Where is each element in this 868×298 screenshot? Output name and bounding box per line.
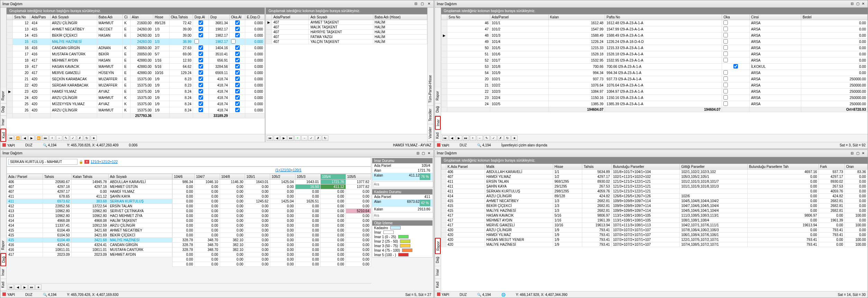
table-row[interactable]: 0.000.000.000.000.000.000.000.00 <box>172 194 371 199</box>
col-header[interactable]: Kalan <box>548 15 605 20</box>
close-icon[interactable]: ✕ <box>427 151 431 156</box>
nav-cancel[interactable]: ✗ <box>497 135 504 141</box>
maximize-icon[interactable]: ▢ <box>420 1 425 6</box>
tab-tum-parsel[interactable]: Tüm-Parsel-Hisse <box>428 72 433 106</box>
tab-dag[interactable]: Dağ <box>435 254 441 266</box>
table-row[interactable]: 0.000.000.000.000.000.000.000.00 <box>172 228 371 233</box>
nav-first[interactable]: ⏮ <box>8 135 14 141</box>
checkbox[interactable] <box>723 70 728 75</box>
col-header[interactable]: Pafta No <box>605 15 722 20</box>
nav-first[interactable]: ⏮ <box>267 135 273 141</box>
group-bar[interactable]: Gruplamak istediğiniz kolonun başlığını … <box>441 8 868 14</box>
checkbox[interactable] <box>199 89 203 93</box>
search-kad[interactable] <box>373 213 433 218</box>
nav-last[interactable]: ⏭ <box>28 285 35 290</box>
table-row[interactable]: 0.000.000.001245.621425.041626.510.000.0… <box>172 199 371 204</box>
col-header[interactable]: Kalan Tahsis <box>71 174 108 179</box>
tab-kad[interactable]: Kad <box>435 279 441 291</box>
nav-prev[interactable]: ◀ <box>449 135 455 141</box>
col-header[interactable]: 105/4 <box>320 174 346 179</box>
col-header[interactable]: Cinsi <box>750 15 801 20</box>
col-header[interactable]: 104/8 <box>220 174 245 179</box>
table-row[interactable]: 407HAYRİYE TAŞKENTHALİM <box>266 30 427 35</box>
nav-prev-page[interactable]: ⏪ <box>15 135 21 141</box>
col-header[interactable]: 105/2 <box>270 174 295 179</box>
tab-dag[interactable]: Dağ <box>0 103 6 116</box>
table-row[interactable]: 4156104.493421.68AHMET NECATİBEY <box>7 228 172 233</box>
checkbox[interactable] <box>231 39 236 44</box>
col-header[interactable]: Ada/Parsel <box>490 15 548 20</box>
legend-item[interactable]: İmar 2 (25 - 50) <box>372 239 432 244</box>
checkbox[interactable] <box>199 83 203 87</box>
col-header[interactable]: Malik <box>485 164 553 169</box>
checkbox[interactable] <box>723 39 728 44</box>
group-bar-r[interactable]: Gruplamak istediğiniz kolonun başlığını … <box>266 8 427 14</box>
table-row[interactable]: 4074297.184297.18MEHMET ÜSTÜN <box>7 184 172 189</box>
table-row[interactable]: 0.000.000.000.000.000.000.000.00 <box>172 262 371 267</box>
nav-add[interactable]: + <box>470 135 476 141</box>
legend-item[interactable]: Kadastro <box>372 226 432 230</box>
col-header[interactable]: Gittiği Parseller <box>680 164 748 169</box>
nav-star[interactable]: ★ <box>511 135 518 141</box>
nav-first[interactable]: ⏮ <box>8 285 14 290</box>
table-row[interactable]: 0.000.000.000.000.000.000.000.00 <box>172 233 371 237</box>
pin-icon[interactable]: ⊟ <box>850 151 855 156</box>
table-row[interactable]: 21420SEÇKİN KARABACAKMUZAFFERE15375.001/… <box>7 76 265 82</box>
table-row[interactable]: 19417HASAN KAVACIKMAHMUTE42880.005/1664.… <box>7 64 265 70</box>
nav-next[interactable]: ▶ <box>21 285 28 290</box>
checkbox[interactable] <box>235 95 240 100</box>
col-header[interactable]: Hisse <box>553 164 582 169</box>
table-row[interactable]: 17416MUSTAFA CANTÜRKBEKİRE20050.005/769.… <box>7 51 265 57</box>
lock-icon[interactable]: 🔒 <box>79 160 83 164</box>
table-row[interactable]: 4164324.414324.41CANDAN GİRGİN <box>7 242 172 247</box>
nav-last[interactable]: ⏭ <box>42 135 48 141</box>
table-row[interactable]: 0.000.000.000.000.000.000.000.00 <box>172 204 371 208</box>
checkbox[interactable] <box>235 83 240 87</box>
table-row[interactable]: 15415MALİYE HAZİNESİ24260.001/338.991982… <box>7 39 265 45</box>
table-row[interactable]: 411678.65411.12ŞAHİN KAYA <box>7 194 172 199</box>
checkbox[interactable] <box>199 64 203 69</box>
nav-cancel[interactable]: ✗ <box>315 135 321 141</box>
nav-del[interactable]: − <box>301 135 308 141</box>
checkbox[interactable] <box>199 76 203 81</box>
checkbox[interactable] <box>235 76 240 81</box>
table-row[interactable]: 21102/21076.641076.64 I29-A-23-A-1-AARSA… <box>441 82 868 89</box>
checkbox[interactable] <box>235 108 240 112</box>
table-row[interactable]: 20102/1937.73937.73 I29-A-23-A-1-AARSA25… <box>441 76 868 82</box>
parcel-link-2[interactable]: /1+121/10+120/1 <box>275 168 302 172</box>
checkbox[interactable] <box>235 20 240 25</box>
table-row[interactable]: 14415BEKİR ÇİÇEKCİHASANE24260.001/339.00… <box>7 33 265 39</box>
nav-prev[interactable]: ◀ <box>21 135 28 141</box>
checkbox[interactable] <box>235 64 240 69</box>
table-row[interactable]: 41610811.0110811.01MUSTAFA CANTÜRK <box>7 247 172 252</box>
table-row[interactable]: 24102/51385.391385.39 I29-A-23-A-1-AARSA… <box>441 101 868 107</box>
legend-item[interactable]: İmar 4 (75 - 100) <box>372 248 432 253</box>
col-header[interactable]: E.Dop.O <box>245 15 265 20</box>
pin-icon[interactable]: ⊟ <box>413 1 418 6</box>
table-row[interactable]: 411ŞAHİN KAYA29/1295267.53121/3+121/2+12… <box>441 184 868 189</box>
checkbox[interactable] <box>235 58 240 62</box>
table-row[interactable]: 415MALİYE HAZİNESİ1/32682.81109/9+109/8+… <box>441 208 868 213</box>
tab-imar[interactable]: İmar <box>0 116 6 129</box>
col-header[interactable]: Ci <box>123 15 130 20</box>
grid-main[interactable]: Sıra NoAda/ParsAdı SoyadıBaba AdıCiAlanH… <box>7 14 265 134</box>
grid-right[interactable]: Ada/ParselAdı SoyadıBaba Adı (Hisse)▶407… <box>266 14 427 134</box>
table-row[interactable]: 417MEHMET AYDIN1/161961.39113/1+108/1+10… <box>441 218 868 223</box>
col-header[interactable]: Ada/Pars <box>30 15 51 20</box>
tab-kad[interactable]: Kad <box>435 130 441 142</box>
col-header[interactable]: Bulunduğu Parsellere Tah <box>747 164 819 169</box>
table-row[interactable]: 4156104.493421.68MALİYE HAZİNESİ <box>7 237 172 242</box>
col-header[interactable]: Oka.Al <box>229 15 245 20</box>
table-row[interactable]: 4144968.084968.08HALİM TAŞKENT <box>7 218 172 223</box>
col-header[interactable]: Adı Soyadı <box>51 15 97 20</box>
nav-edit[interactable]: ✎ <box>63 135 69 141</box>
table-row[interactable]: ▶23420HAMDİ YILMAZAYVAZE15375.001/98.244… <box>7 89 265 95</box>
nav-refresh[interactable]: ↻ <box>504 135 511 141</box>
table-row[interactable]: 4074297.170.00HAMDİ YILMAZ <box>7 189 172 194</box>
grid[interactable]: K.Ada ParselMalikHisseTahsisBulunduğu Pa… <box>441 164 868 291</box>
tab-kad[interactable]: Kad <box>0 279 6 291</box>
table-row[interactable]: 16416CANDAN GİRGİNADNANK20050.002/727.63… <box>7 45 265 51</box>
owner-input[interactable] <box>8 159 77 165</box>
tab-imar[interactable]: İmar <box>0 266 6 279</box>
table-row[interactable]: 41411337.4110912.59ARZU ÇİLİNGİR <box>7 223 172 228</box>
